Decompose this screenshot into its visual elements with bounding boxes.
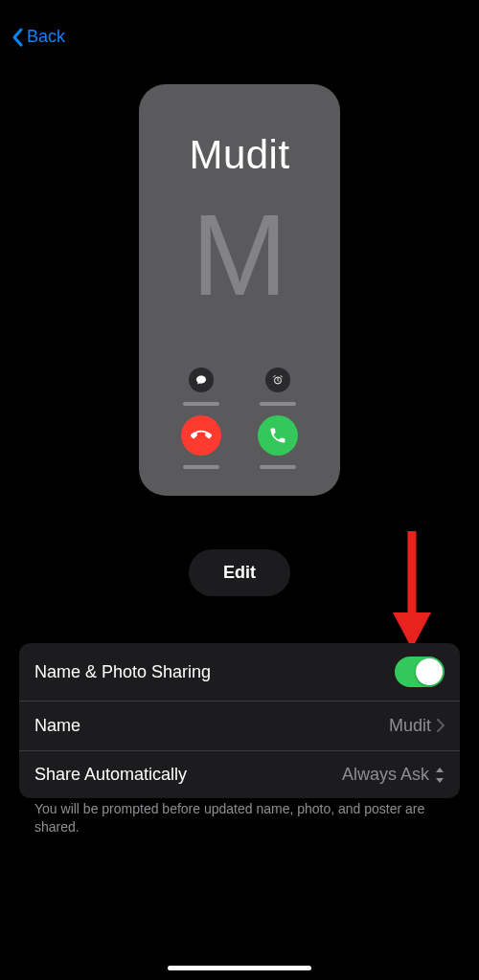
up-down-chevron-icon — [435, 768, 445, 783]
sharing-settings-group: Name & Photo Sharing Name Mudit Share Au… — [19, 643, 460, 798]
name-row-value: Mudit — [389, 716, 431, 736]
arrow-annotation — [383, 526, 441, 651]
share-automatically-row[interactable]: Share Automatically Always Ask — [19, 751, 460, 798]
home-indicator[interactable] — [168, 966, 311, 970]
share-automatically-value: Always Ask — [342, 765, 429, 785]
name-photo-sharing-toggle[interactable] — [395, 657, 445, 687]
edit-label: Edit — [223, 563, 256, 582]
name-row[interactable]: Name Mudit — [19, 702, 460, 751]
decline-call-icon — [181, 415, 221, 456]
footer-description: You will be prompted before updated name… — [34, 800, 445, 836]
call-controls-preview — [139, 368, 340, 469]
name-photo-sharing-label: Name & Photo Sharing — [34, 662, 211, 682]
contact-poster-preview: Mudit M — [139, 84, 340, 496]
name-row-label: Name — [34, 716, 80, 736]
back-label: Back — [27, 27, 65, 47]
edit-button[interactable]: Edit — [189, 549, 290, 596]
accept-call-icon — [258, 415, 298, 456]
chevron-right-icon — [437, 715, 445, 737]
back-button[interactable]: Back — [11, 27, 65, 47]
chevron-left-icon — [11, 28, 23, 47]
poster-monogram: M — [192, 197, 287, 312]
name-photo-sharing-row: Name & Photo Sharing — [19, 643, 460, 702]
remind-icon — [265, 368, 290, 392]
message-icon — [189, 368, 214, 392]
poster-contact-name: Mudit — [189, 132, 289, 178]
share-automatically-label: Share Automatically — [34, 765, 187, 785]
